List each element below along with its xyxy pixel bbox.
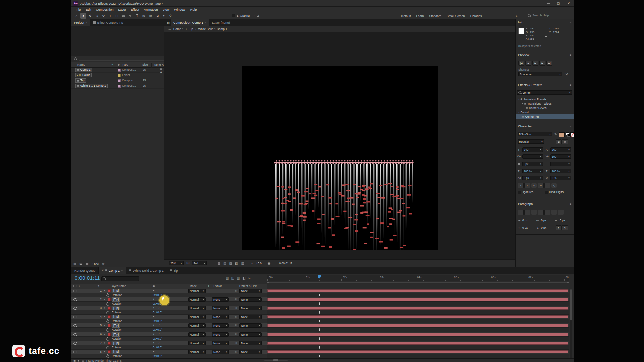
layer-visibility-toggle[interactable] xyxy=(73,316,77,318)
region-of-interest-icon[interactable]: ▧ xyxy=(229,262,232,265)
tab-close-icon[interactable]: ✕ xyxy=(102,269,104,272)
exposure-value[interactable]: +0.0 xyxy=(256,262,262,265)
character-header[interactable]: Character≡ xyxy=(516,123,574,129)
timeline-tab-white-solid-1-comp-1[interactable]: ▦White Solid 1 Comp 1 xyxy=(126,267,167,274)
motion-blur-icon[interactable]: ◧ xyxy=(242,276,245,280)
layer-twirl-icon[interactable]: ▾ xyxy=(104,298,105,301)
property-name[interactable]: Rotation xyxy=(112,328,122,331)
menu-composition[interactable]: Composition xyxy=(94,8,116,11)
timeline-search-input[interactable] xyxy=(101,276,139,281)
preview-menu-icon[interactable]: ≡ xyxy=(570,53,571,57)
next-frame-button[interactable]: ▶ xyxy=(539,61,545,66)
video-column-icon[interactable] xyxy=(73,285,77,287)
rotation-value[interactable]: 0x+0.0° xyxy=(153,346,162,349)
workspace-more[interactable]: » xyxy=(516,12,518,19)
align-button-3[interactable] xyxy=(538,210,544,215)
collapse-transform-switch[interactable]: ✦ xyxy=(153,324,155,327)
align-button-4[interactable] xyxy=(544,210,550,215)
trkmat-dropdown[interactable]: None▼ xyxy=(212,297,229,302)
layer-twirl-icon[interactable]: ▾ xyxy=(104,342,105,344)
default-stroke-swatch[interactable] xyxy=(567,134,570,137)
stroke-over-fill-button[interactable]: ▣ xyxy=(556,139,562,144)
property-name[interactable]: Rotation xyxy=(112,293,122,297)
panel-menu-icon[interactable]: ≡ xyxy=(86,21,87,24)
close-button[interactable]: ✕ xyxy=(564,0,574,7)
breadcrumb-item[interactable]: Tip xyxy=(189,27,193,31)
collapse-transform-switch[interactable]: ✦ xyxy=(153,342,155,344)
track-row-4[interactable] xyxy=(267,315,569,319)
project-search-row[interactable] xyxy=(71,56,164,62)
layer-twirl-icon[interactable]: ▾ xyxy=(104,324,105,327)
effects-tree-item[interactable]: ▾✱Animation Presets xyxy=(516,97,574,101)
interpret-footage-icon[interactable]: ▤ xyxy=(73,262,76,266)
effects-clear-icon[interactable]: ✕ xyxy=(568,91,571,94)
composition-viewport[interactable] xyxy=(164,32,515,259)
rotation-tool[interactable]: ↺ xyxy=(101,13,106,19)
align-button-0[interactable] xyxy=(518,210,524,215)
tsume-dropdown[interactable]: 0 %▼ xyxy=(550,176,571,180)
layer-color-label[interactable] xyxy=(108,324,111,327)
workspace-standard[interactable]: Standard xyxy=(429,14,442,18)
menu-window[interactable]: Window xyxy=(172,8,188,11)
eraser-tool[interactable]: ◪ xyxy=(154,13,160,19)
text-direction-ltr-button[interactable]: ¶ xyxy=(556,225,562,230)
clone-stamp-tool[interactable]: ⧉ xyxy=(148,13,153,19)
blend-mode-dropdown[interactable]: Normal▼ xyxy=(188,323,206,328)
layer-name[interactable]: [Tip] xyxy=(112,297,120,302)
work-area-bar[interactable] xyxy=(267,281,569,284)
first-frame-button[interactable]: |◀ xyxy=(518,61,524,66)
safe-zones-icon[interactable]: ⊞ xyxy=(186,261,189,265)
faux-italic-button[interactable]: T xyxy=(524,183,530,188)
stopwatch-icon[interactable] xyxy=(106,311,109,314)
info-menu-icon[interactable]: ≡ xyxy=(570,21,571,24)
tab-composition[interactable]: Composition Comp 1≡ xyxy=(171,19,209,26)
effects-menu-icon[interactable]: ≡ xyxy=(570,83,571,87)
ligatures-checkbox[interactable] xyxy=(518,191,521,194)
horizontal-scale-dropdown[interactable]: 100 %▼ xyxy=(550,169,571,173)
layer-twirl-icon[interactable]: ▾ xyxy=(104,289,105,292)
menu-view[interactable]: View xyxy=(160,8,172,11)
tab-project[interactable]: Project≡ xyxy=(71,19,90,26)
comp-flow-icon[interactable]: ◈ xyxy=(77,359,80,362)
zoom-tool[interactable]: ⊕ xyxy=(94,13,100,19)
layer-duration-bar[interactable] xyxy=(267,307,568,310)
project-row[interactable]: ▦TipComposi...25 xyxy=(71,78,164,83)
parent-dropdown[interactable]: None▼ xyxy=(239,341,262,345)
parent-dropdown[interactable]: None▼ xyxy=(239,332,262,337)
property-row-rotation[interactable]: Rotation0x+0.0° xyxy=(71,319,267,323)
superscript-button[interactable]: T¹ xyxy=(544,183,550,188)
stopwatch-icon[interactable] xyxy=(106,329,109,332)
layer-visibility-toggle[interactable] xyxy=(73,298,77,301)
leading-dropdown[interactable]: 260▼ xyxy=(550,147,571,152)
faux-bold-button[interactable]: T xyxy=(518,183,524,188)
project-row[interactable]: ▸ ▤SolidsFolder xyxy=(71,73,164,78)
layer-color-label[interactable] xyxy=(108,342,111,345)
layer-visibility-toggle[interactable] xyxy=(73,351,77,353)
panel-lock-icon[interactable]: ◧ xyxy=(167,21,170,24)
property-name[interactable]: Rotation xyxy=(112,354,122,358)
breadcrumb-item[interactable]: Comp 1 xyxy=(173,27,184,31)
parent-dropdown[interactable]: None▼ xyxy=(239,289,262,293)
blend-mode-dropdown[interactable]: Normal▼ xyxy=(188,289,206,293)
trkmat-dropdown[interactable]: None▼ xyxy=(212,341,229,345)
align-button-6[interactable] xyxy=(558,210,564,215)
graph-editor-icon[interactable]: ∿ xyxy=(248,276,251,280)
shape-tool[interactable]: ▭ xyxy=(121,13,126,19)
project-item[interactable]: ▦Comp 1 xyxy=(75,68,92,72)
minimize-button[interactable]: — xyxy=(543,0,553,7)
type-tool[interactable]: T xyxy=(134,13,140,19)
property-row-rotation[interactable]: Rotation0x+0.0° xyxy=(71,345,267,350)
layer-duration-bar[interactable] xyxy=(267,324,568,327)
paragraph-header[interactable]: Paragraph≡ xyxy=(516,201,574,207)
eyedropper-icon[interactable]: ✎ xyxy=(554,132,557,136)
comp-marker-icon[interactable]: ◉ xyxy=(73,359,76,362)
pick-whip-icon[interactable]: ◎ xyxy=(235,289,237,292)
rotation-value[interactable]: 0x+0.0° xyxy=(153,311,162,314)
comp-panel-menu-icon[interactable]: ≡ xyxy=(205,21,206,24)
layer-duration-bar[interactable] xyxy=(267,350,568,353)
menu-file[interactable]: File xyxy=(73,8,83,11)
stopwatch-icon[interactable] xyxy=(106,320,109,323)
trkmat-dropdown[interactable]: None▼ xyxy=(212,332,229,337)
all-caps-button[interactable]: TT xyxy=(531,183,537,188)
grid-guides-icon[interactable]: ▦ xyxy=(217,262,220,265)
